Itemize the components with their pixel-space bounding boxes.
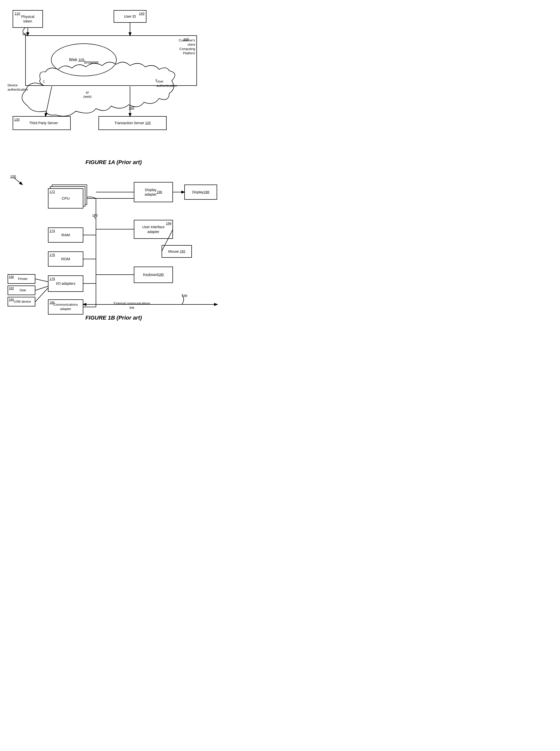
third-party-ref: 130 [14,118,20,122]
disk-ref: 182 [9,286,14,290]
comm-adapter-box: 186 Communicationsadapter [48,299,83,314]
display-adapter-ref: 196 [157,190,162,195]
svg-line-17 [35,279,48,282]
ext-comm-ref: 188 [182,294,187,298]
mouse-ref: 192 [180,249,185,254]
printer-box: 180 Printer [7,274,35,284]
device-auth-label: Deviceauthentication [7,83,28,92]
svg-line-4 [14,178,22,185]
system-ref-label: 100 [10,175,16,179]
io-ref: 178 [49,277,55,281]
display-adapter-box: Displayadapter 196 [134,182,173,202]
cpu-box: 172 CPU [48,188,83,208]
usb-box: 184 USB device [7,297,35,306]
ext-comm-label: External communicationslink [114,301,150,310]
third-party-box: 130 Third Party Server [13,116,71,130]
svg-line-19 [35,288,48,302]
user-id-box: User ID 140 [114,10,146,23]
ram-ref: 174 [49,229,55,233]
line-150-label: 150 [22,32,28,36]
fig1a-title: FIGURE 1A (Prior art) [5,159,222,166]
printer-ref: 180 [9,275,14,279]
transaction-server-box: Transaction Server 120 [98,116,167,130]
ui-adapter-ref: 194 [166,221,172,226]
mouse-box: Mouse 192 [162,245,192,258]
svg-line-2 [45,86,52,116]
display-box: Display 198 [184,185,217,200]
keyboard-ref: 190 [158,272,164,277]
usb-ref: 184 [9,298,14,302]
bus-ref-label: 173 [92,214,98,217]
ram-box: 174 RAM [48,227,83,243]
web-browser-ellipse: Web 105browser [51,43,117,76]
num2-label: 2 [155,78,157,82]
physical-token-ref: 110 [15,12,20,16]
user-auth-label: Userauthentication [157,80,177,88]
customer-platform-box: 100 Customer'sclientComputingPlatform We… [25,35,197,86]
rom-ref: 176 [49,253,55,257]
keyboard-box: Keyboard 190 [134,267,173,283]
cpu-ref: 172 [49,190,55,194]
user-id-ref: 140 [139,12,144,16]
io-box: 178 I/O adapters [48,276,83,292]
rom-box: 176 ROM [48,251,83,267]
comm-ref: 186 [49,301,55,305]
patent-figure: 110 Physicaltoken User ID 140 100 Custom… [5,5,222,321]
num1-label: 1 [43,80,45,83]
fig1b-title: FIGURE 1B (Prior art) [5,314,222,321]
physical-token-box: 110 Physicaltoken [13,10,43,28]
transaction-server-ref: 120 [145,121,151,125]
ui-adapter-box: User Interfaceadapter 194 [134,220,173,239]
svg-line-18 [35,286,48,290]
network-ref-label: 160 [129,106,134,110]
figure-1a: 110 Physicaltoken User ID 140 100 Custom… [5,5,222,151]
disk-box: 182 Disk [7,285,35,295]
display-ref: 198 [204,190,209,195]
ip-web-label: IP(web) [83,91,92,99]
customer-platform-label: Customer'sclientComputingPlatform [179,38,195,56]
figure-1b: 100 172 CPU 174 RAM 176 ROM 178 I/O adap… [5,171,222,312]
